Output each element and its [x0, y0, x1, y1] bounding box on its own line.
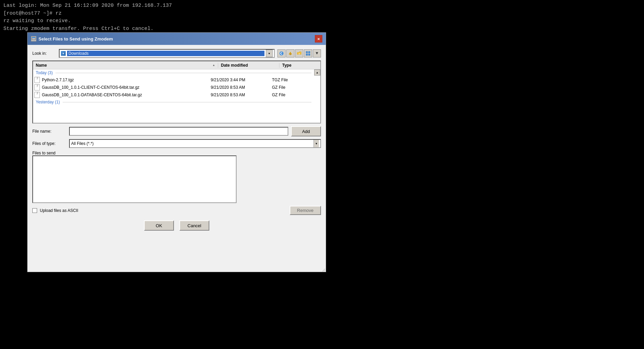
file-name: GaussDB_100_1.0.1-CLIENT-C-CENTOS-64bit.…	[42, 85, 211, 90]
toolbar-view-dropdown-button[interactable]: ▼	[313, 49, 321, 57]
filetype-label: Files of type:	[32, 141, 66, 146]
file-icon	[34, 92, 40, 98]
dialog: Select Files to Send using Zmodem × Look…	[27, 32, 326, 272]
svg-rect-8	[308, 54, 310, 55]
toolbar-up-button[interactable]	[286, 49, 294, 57]
svg-point-2	[279, 51, 284, 55]
horizontal-scrollbar: ◀ ▶	[33, 123, 320, 123]
ascii-checkbox[interactable]	[32, 208, 37, 213]
filename-row: File name: Add	[32, 126, 321, 136]
col-name-header[interactable]: Name ▲	[33, 63, 218, 68]
toolbar-icons: + ▼	[277, 49, 321, 57]
files-to-send-label: Files to send	[32, 151, 321, 155]
dialog-title: Select Files to Send using Zmodem	[38, 36, 113, 41]
file-list-header: Name ▲ Date modified Type	[33, 61, 320, 69]
filename-input[interactable]	[69, 127, 288, 136]
file-row[interactable]: Python-2.7.17.tgz 9/21/2020 3:44 PM TGZ …	[33, 76, 314, 84]
file-list-container: Name ▲ Date modified Type ▲ Today (3) Py…	[32, 61, 321, 123]
hscroll-track	[39, 123, 314, 123]
svg-rect-1	[32, 37, 35, 38]
file-type: GZ File	[272, 85, 313, 90]
terminal-line-2: [root@host77 ~]# rz	[3, 10, 641, 18]
toolbar-view-button[interactable]	[304, 49, 312, 57]
file-type: GZ File	[272, 93, 313, 97]
col-date-header[interactable]: Date modified	[218, 63, 279, 68]
svg-rect-3	[290, 54, 291, 55]
lookin-arrow-icon: ▼	[61, 51, 66, 56]
file-date: 9/21/2020 8:53 AM	[211, 93, 272, 97]
filetype-value: All Files (*.*)	[71, 141, 94, 146]
files-to-send-section: Files to send	[32, 151, 321, 203]
add-button[interactable]: Add	[291, 126, 321, 136]
lookin-value: Downloads	[67, 51, 264, 56]
file-name: Python-2.7.17.tgz	[42, 78, 211, 82]
group-yesterday: Yesterday (1)	[33, 99, 314, 105]
dialog-icon	[31, 36, 36, 41]
cancel-button[interactable]: Cancel	[179, 220, 209, 231]
bottom-buttons: OK Cancel	[32, 218, 321, 232]
lookin-label: Look in:	[32, 51, 56, 56]
title-bar: Select Files to Send using Zmodem ×	[28, 33, 326, 45]
hscroll-right-button[interactable]: ▶	[314, 123, 320, 124]
file-icon	[34, 84, 40, 90]
col-type-header[interactable]: Type	[279, 63, 320, 68]
toolbar-back-button[interactable]	[277, 49, 286, 57]
file-date: 9/21/2020 3:44 PM	[211, 78, 272, 82]
file-icon	[34, 77, 40, 83]
ok-button[interactable]: OK	[144, 220, 174, 231]
group-today: Today (3)	[33, 69, 314, 76]
file-row[interactable]: GaussDB_100_1.0.1-DATABASE-CENTOS-64bit.…	[33, 91, 314, 99]
terminal-line-3: rz waiting to receive.	[3, 17, 641, 25]
ascii-label: Upload files as ASCII	[40, 208, 78, 213]
sort-arrow-icon: ▲	[212, 64, 215, 67]
hscroll-thumb[interactable]	[39, 123, 210, 123]
hscroll-left-button[interactable]: ◀	[33, 123, 39, 124]
lookin-dropdown-button[interactable]: ▼	[266, 50, 273, 57]
terminal-line-1: Last login: Mon Sep 21 16:12:09 2020 fro…	[3, 2, 641, 10]
resize-grip[interactable]	[321, 267, 325, 271]
dialog-body: Look in: ▼ Downloads ▼	[28, 45, 326, 272]
filetype-row: Files of type: All Files (*.*) ▼	[32, 139, 321, 148]
file-list-body: Today (3) Python-2.7.17.tgz 9/21/2020 3:…	[33, 69, 320, 123]
svg-text:+: +	[299, 53, 300, 55]
lookin-row: Look in: ▼ Downloads ▼	[32, 49, 321, 58]
lookin-combo[interactable]: ▼ Downloads ▼	[59, 49, 275, 58]
svg-line-9	[322, 269, 325, 271]
filetype-select[interactable]: All Files (*.*) ▼	[69, 139, 321, 148]
file-name: GaussDB_100_1.0.1-DATABASE-CENTOS-64bit.…	[42, 93, 211, 97]
file-type: TGZ File	[272, 78, 313, 82]
filename-label: File name:	[32, 129, 66, 134]
title-bar-left: Select Files to Send using Zmodem	[31, 36, 113, 41]
file-row[interactable]: GaussDB_100_1.0.1-CLIENT-C-CENTOS-64bit.…	[33, 84, 314, 91]
remove-button[interactable]: Remove	[290, 206, 321, 215]
filetype-dropdown-button[interactable]: ▼	[313, 140, 319, 147]
files-to-send-box[interactable]	[32, 155, 237, 203]
svg-line-10	[324, 270, 325, 271]
toolbar-new-folder-button[interactable]: +	[295, 49, 303, 57]
scroll-up-button[interactable]: ▲	[314, 69, 320, 76]
terminal-line-4: Starting zmodem transfer. Press Ctrl+C t…	[3, 25, 641, 33]
svg-rect-5	[306, 51, 308, 53]
ascii-checkbox-row: Upload files as ASCII	[32, 208, 78, 213]
svg-rect-7	[306, 54, 308, 55]
svg-rect-6	[308, 51, 310, 53]
close-button[interactable]: ×	[315, 35, 322, 43]
file-date: 9/21/2020 8:53 AM	[211, 85, 272, 90]
